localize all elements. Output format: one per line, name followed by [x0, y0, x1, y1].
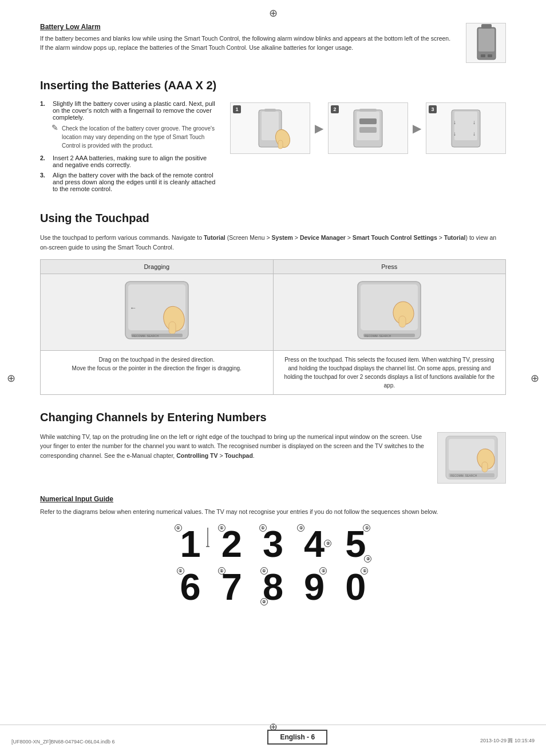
- svg-text:RECOMM. SEARCH: RECOMM. SEARCH: [365, 334, 391, 338]
- numerical-input-intro: Refer to the diagrams below when enterin…: [40, 508, 506, 517]
- battery-note-text: Check the location of the battery cover …: [62, 124, 219, 150]
- svg-rect-4: [488, 54, 492, 57]
- touchpad-intro-text: Use the touchpad to perform various comm…: [40, 233, 506, 252]
- svg-text:↓: ↓: [473, 130, 476, 137]
- svg-text:←: ←: [130, 304, 137, 312]
- battery-device-svg: [470, 23, 502, 63]
- digit-5-stroke-circle-2: ②: [364, 555, 371, 563]
- svg-rect-12: [359, 109, 377, 112]
- battery-alarm-section: Battery Low Alarm If the battery becomes…: [40, 23, 506, 63]
- diagram-1-number: 1: [233, 105, 241, 113]
- numerical-input-section: Numerical Input Guide Refer to the diagr…: [40, 495, 506, 606]
- svg-text:↓: ↓: [453, 130, 456, 137]
- battery-alarm-text: Battery Low Alarm If the battery becomes…: [40, 23, 466, 53]
- page-number: English - 6: [267, 730, 327, 745]
- digit-4-wrapper: ① ② 4: [299, 525, 329, 563]
- arrow-1-icon: ▶: [315, 121, 323, 135]
- battery-alarm-image: [466, 23, 506, 63]
- step-3-row: 3. Align the battery cover with the back…: [40, 172, 219, 192]
- digit-4-stroke-circle-2: ②: [324, 540, 331, 547]
- digits-container: ① 1 ① 2 ① 3 ①: [40, 525, 506, 605]
- batteries-steps-container: 1. Slightly lift the battery cover using…: [40, 100, 219, 196]
- digit-1-stroke-circle: ①: [175, 524, 182, 532]
- svg-rect-31: [399, 316, 406, 327]
- digit-5-wrapper: ① ② 5: [341, 525, 370, 563]
- channels-remote-svg: RECOMM. SEARCH: [440, 433, 503, 482]
- digit-8-wrapper: ① ② 8: [258, 568, 288, 605]
- channels-heading: Changing Channels by Entering Numbers: [40, 411, 506, 424]
- digit-1-wrapper: ① 1: [176, 525, 205, 563]
- svg-text:RECOMM. SEARCH: RECOMM. SEARCH: [450, 474, 477, 477]
- dragging-diagram-svg: ← RECOMM. SEARCH: [114, 279, 200, 345]
- touchpad-comparison-table: Dragging Press ←: [40, 259, 506, 395]
- battery-diagram-2: 2: [328, 102, 408, 154]
- press-diagram-svg: RECOMM. SEARCH: [346, 279, 432, 345]
- page-footer: [UF8000-XN_ZF]BN68-04794C-06L04.indb 6 E…: [0, 725, 546, 745]
- svg-rect-13: [359, 118, 377, 124]
- battery-diagram-1-svg: [242, 107, 299, 150]
- svg-rect-14: [359, 127, 377, 133]
- crosshair-left-icon: ⊕: [7, 372, 15, 385]
- press-caption: Press on the touchpad. This selects the …: [273, 350, 506, 394]
- press-header: Press: [273, 259, 506, 274]
- svg-rect-37: [482, 462, 488, 472]
- crosshair-top-icon: ⊕: [269, 7, 278, 19]
- svg-rect-3: [481, 54, 485, 57]
- diagram-2-number: 2: [331, 105, 339, 113]
- channels-text: While watching TV, tap on the protruding…: [40, 432, 426, 461]
- channels-body: While watching TV, tap on the protruding…: [40, 432, 506, 484]
- inserting-batteries-section: Inserting the Batteries (AAA X 2) 1. Sli…: [40, 79, 506, 196]
- battery-diagram-2-svg: [339, 107, 397, 150]
- step-1-text: Slightly lift the battery cover using a …: [53, 100, 215, 121]
- svg-text:RECOMM. SEARCH: RECOMM. SEARCH: [132, 334, 159, 338]
- press-image-cell: RECOMM. SEARCH: [273, 274, 506, 350]
- battery-note-row: ✎ Check the location of the battery cove…: [52, 124, 219, 150]
- numerical-input-title: Numerical Input Guide: [40, 495, 506, 503]
- digit-6-wrapper: ① 6: [176, 568, 205, 605]
- digit-3-wrapper: ① 3: [258, 525, 288, 563]
- digit-7-wrapper: ① 7: [217, 568, 247, 605]
- battery-diagrams: 1 ▶ 2: [230, 102, 506, 154]
- digit-2-wrapper: ① 2: [217, 525, 247, 563]
- using-touchpad-section: Using the Touchpad Use the touchpad to p…: [40, 212, 506, 395]
- dragging-caption: Drag on the touchpad in the desired dire…: [41, 350, 274, 394]
- digits-row-2: ① 6 ① 7 ① ② 8 ① 9: [176, 568, 371, 605]
- battery-alarm-title: Battery Low Alarm: [40, 23, 454, 31]
- footer-timestamp: 2013-10-29 圓 10:15:49: [480, 737, 535, 745]
- crosshair-right-icon: ⊕: [531, 372, 539, 385]
- svg-rect-25: [169, 322, 176, 334]
- step-3-text: Align the battery cover with the back of…: [53, 172, 219, 192]
- battery-diagram-3: 3 ↓ ↓ ↓ ↓: [426, 102, 506, 154]
- digits-row-1: ① 1 ① 2 ① 3 ①: [176, 525, 371, 563]
- svg-rect-7: [264, 109, 276, 112]
- svg-text:↓: ↓: [453, 119, 456, 125]
- channels-remote-image: RECOMM. SEARCH: [437, 432, 506, 484]
- step-1-row: 1. Slightly lift the battery cover using…: [40, 100, 219, 121]
- step-1-number: 1.: [40, 100, 48, 107]
- footer-filename: [UF8000-XN_ZF]BN68-04794C-06L04.indb 6: [11, 739, 115, 745]
- svg-rect-2: [478, 29, 494, 52]
- battery-alarm-description: If the battery becomes and blanks low wh…: [40, 34, 454, 53]
- svg-rect-11: [357, 112, 379, 140]
- page: ⊕ ⊕ ⊕ Battery Low Alarm If the battery b…: [0, 0, 546, 756]
- step-2-number: 2.: [40, 155, 48, 161]
- step-3-number: 3.: [40, 172, 48, 179]
- dragging-header: Dragging: [41, 259, 274, 274]
- dragging-image-cell: ← RECOMM. SEARCH: [41, 274, 274, 350]
- diagram-3-number: 3: [429, 105, 437, 113]
- step-2-row: 2. Insert 2 AAA batteries, making sure t…: [40, 155, 219, 168]
- battery-diagram-1: 1: [230, 102, 310, 154]
- digit-1-arrow: [204, 527, 211, 551]
- digit-0-wrapper: ① 0: [341, 568, 370, 605]
- digit-9-wrapper: ① 9: [299, 568, 329, 605]
- touchpad-heading: Using the Touchpad: [40, 212, 506, 225]
- digit-6-stroke-circle: ①: [177, 567, 184, 575]
- note-pencil-icon: ✎: [52, 123, 58, 132]
- arrow-2-icon: ▶: [413, 121, 421, 135]
- step-2-text: Insert 2 AAA batteries, making sure to a…: [53, 155, 219, 168]
- svg-text:↓: ↓: [473, 119, 476, 125]
- batteries-heading: Inserting the Batteries (AAA X 2): [40, 79, 506, 92]
- battery-diagram-3-svg: ↓ ↓ ↓ ↓: [437, 107, 494, 150]
- svg-rect-9: [278, 140, 283, 149]
- changing-channels-section: Changing Channels by Entering Numbers Wh…: [40, 411, 506, 484]
